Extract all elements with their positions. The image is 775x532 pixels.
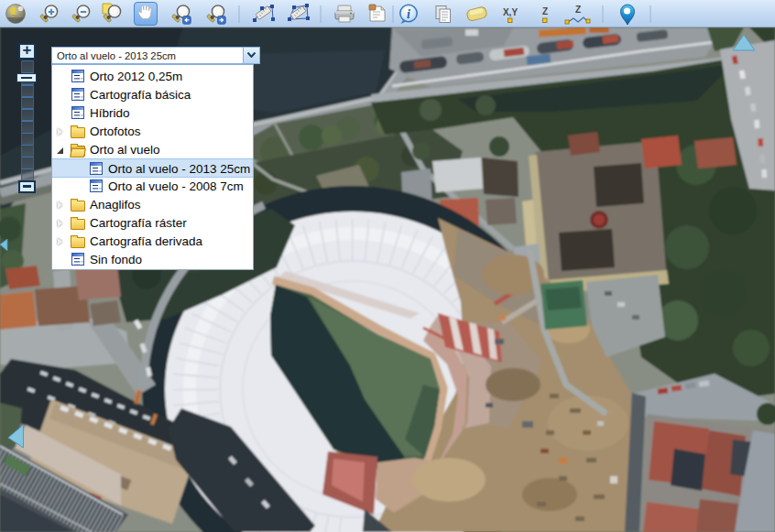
svg-text:X,Y: X,Y xyxy=(503,7,518,17)
svg-text:Z: Z xyxy=(575,5,581,15)
svg-text:Z: Z xyxy=(542,6,548,16)
svg-text:i: i xyxy=(407,7,410,21)
